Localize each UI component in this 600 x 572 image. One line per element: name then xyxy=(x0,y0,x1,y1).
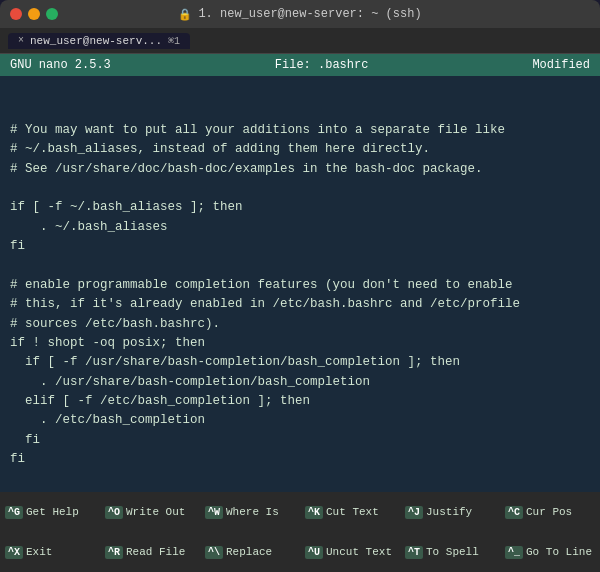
shortcut-item[interactable]: ^JJustify xyxy=(400,492,500,532)
shortcut-key: ^R xyxy=(105,546,123,559)
title-text: 🔒 1. new_user@new-server: ~ (ssh) xyxy=(178,7,421,21)
shortcut-label: To Spell xyxy=(426,546,479,558)
shortcut-item[interactable]: ^GGet Help xyxy=(0,492,100,532)
minimize-button[interactable] xyxy=(28,8,40,20)
shortcut-label: Get Help xyxy=(26,506,79,518)
editor-line: . /etc/bash_completion xyxy=(10,411,590,430)
shortcut-key: ^\ xyxy=(205,546,223,559)
shortcut-label: Exit xyxy=(26,546,52,558)
shortcut-key: ^K xyxy=(305,506,323,519)
editor-line: fi xyxy=(10,450,590,469)
shortcut-label: Go To Line xyxy=(526,546,592,558)
editor-line: . /usr/share/bash-completion/bash_comple… xyxy=(10,373,590,392)
shortcut-key: ^X xyxy=(5,546,23,559)
shortcut-key: ^U xyxy=(305,546,323,559)
editor-line: # ~/.bash_aliases, instead of adding the… xyxy=(10,140,590,159)
editor-line: fi xyxy=(10,431,590,450)
editor-line: # See /usr/share/doc/bash-doc/examples i… xyxy=(10,160,590,179)
terminal-tab[interactable]: × new_user@new-serv... ⌘1 xyxy=(8,33,190,49)
shortcut-key: ^J xyxy=(405,506,423,519)
editor-line: if ! shopt -oq posix; then xyxy=(10,334,590,353)
shortcut-item[interactable]: ^CCur Pos xyxy=(500,492,600,532)
editor-line: # this, if it's already enabled in /etc/… xyxy=(10,295,590,314)
shortcut-item[interactable]: ^UUncut Text xyxy=(300,532,400,572)
editor-line: if [ -f /usr/share/bash-completion/bash_… xyxy=(10,353,590,372)
lock-icon: 🔒 xyxy=(178,8,192,21)
shortcut-key: ^W xyxy=(205,506,223,519)
tab-bar: × new_user@new-serv... ⌘1 xyxy=(0,28,600,54)
shortcut-label: Read File xyxy=(126,546,185,558)
nano-header: GNU nano 2.5.3 File: .bashrc Modified xyxy=(0,54,600,76)
shortcut-item[interactable]: ^KCut Text xyxy=(300,492,400,532)
shortcut-label: Uncut Text xyxy=(326,546,392,558)
editor-line: # sources /etc/bash.bashrc). xyxy=(10,315,590,334)
window-title: 1. new_user@new-server: ~ (ssh) xyxy=(198,7,421,21)
window-controls xyxy=(10,8,58,20)
shortcut-label: Cur Pos xyxy=(526,506,572,518)
tab-label: new_user@new-serv... xyxy=(30,35,162,47)
shortcut-item[interactable]: ^OWrite Out xyxy=(100,492,200,532)
editor-line: # You may want to put all your additions… xyxy=(10,121,590,140)
shortcut-label: Write Out xyxy=(126,506,185,518)
tab-shortcut: ⌘1 xyxy=(168,35,180,47)
editor-line xyxy=(10,179,590,198)
shortcut-item[interactable]: ^\Replace xyxy=(200,532,300,572)
shortcut-bar: ^GGet Help^OWrite Out^WWhere Is^KCut Tex… xyxy=(0,492,600,572)
shortcut-key: ^O xyxy=(105,506,123,519)
editor-line xyxy=(10,256,590,275)
shortcut-item[interactable]: ^WWhere Is xyxy=(200,492,300,532)
editor-line xyxy=(10,101,590,120)
nano-modified: Modified xyxy=(532,58,590,72)
editor-area[interactable]: # You may want to put all your additions… xyxy=(0,76,600,492)
shortcut-key: ^C xyxy=(505,506,523,519)
editor-line: . ~/.bash_aliases xyxy=(10,218,590,237)
shortcut-label: Where Is xyxy=(226,506,279,518)
shortcut-item[interactable]: ^TTo Spell xyxy=(400,532,500,572)
nano-filename: File: .bashrc xyxy=(275,58,369,72)
shortcut-key: ^_ xyxy=(505,546,523,559)
shortcut-label: Justify xyxy=(426,506,472,518)
shortcut-item[interactable]: ^XExit xyxy=(0,532,100,572)
title-bar: 🔒 1. new_user@new-server: ~ (ssh) xyxy=(0,0,600,28)
editor-line xyxy=(10,470,590,489)
tab-close-icon[interactable]: × xyxy=(18,35,24,46)
shortcut-key: ^T xyxy=(405,546,423,559)
nano-version: GNU nano 2.5.3 xyxy=(10,58,111,72)
shortcut-label: Cut Text xyxy=(326,506,379,518)
editor-line: fi xyxy=(10,237,590,256)
shortcut-item[interactable]: ^RRead File xyxy=(100,532,200,572)
close-button[interactable] xyxy=(10,8,22,20)
shortcut-key: ^G xyxy=(5,506,23,519)
shortcut-item[interactable]: ^_Go To Line xyxy=(500,532,600,572)
editor-line: # enable programmable completion feature… xyxy=(10,276,590,295)
editor-line: elif [ -f /etc/bash_completion ]; then xyxy=(10,392,590,411)
shortcut-label: Replace xyxy=(226,546,272,558)
editor-line: if [ -f ~/.bash_aliases ]; then xyxy=(10,198,590,217)
maximize-button[interactable] xyxy=(46,8,58,20)
